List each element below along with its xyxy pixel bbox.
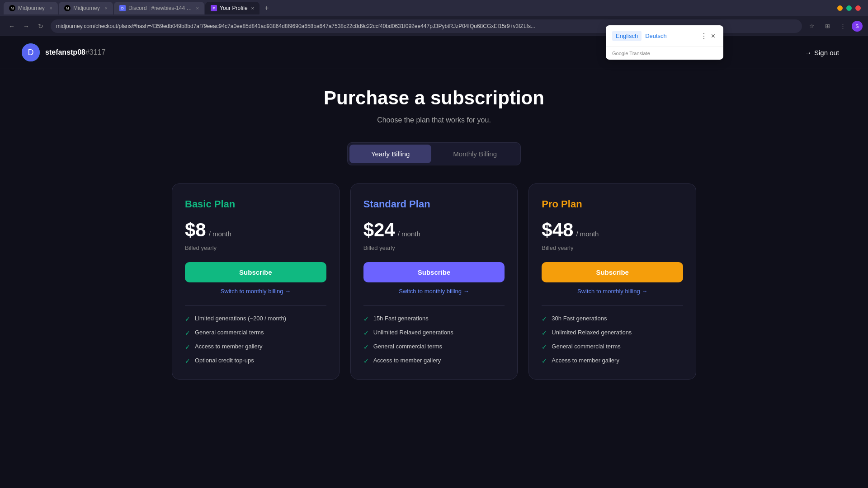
check-icon: ✓ bbox=[185, 343, 190, 351]
feature-text: Access to member gallery bbox=[373, 357, 441, 364]
username-text: stefanstp08 bbox=[45, 48, 85, 56]
price-period-standard: / month bbox=[398, 230, 420, 238]
refresh-icon: ↻ bbox=[38, 23, 43, 30]
tab-close-4[interactable]: × bbox=[251, 5, 254, 11]
refresh-button[interactable]: ↻ bbox=[34, 20, 47, 33]
check-icon: ✓ bbox=[185, 329, 190, 337]
feature-text: General commercial terms bbox=[552, 343, 620, 350]
plan-card-pro: Pro Plan $48 / month Billed yearly Subsc… bbox=[528, 183, 696, 380]
subscribe-button-basic[interactable]: Subscribe bbox=[185, 262, 326, 282]
billing-toggle: Yearly Billing Monthly Billing bbox=[347, 142, 521, 165]
tab-favicon-discord: D bbox=[119, 5, 126, 11]
feature-text: Access to member gallery bbox=[195, 343, 263, 350]
switch-billing-link-basic[interactable]: Switch to monthly billing → bbox=[185, 288, 326, 295]
more-options-button[interactable]: ⋮ bbox=[836, 20, 849, 33]
tab-your-profile[interactable]: P Your Profile × bbox=[205, 2, 259, 14]
nav-buttons: ← → ↻ bbox=[5, 20, 47, 33]
tab-label-2: Midjourney bbox=[73, 5, 100, 11]
minimize-button[interactable] bbox=[837, 5, 843, 11]
browser-chrome: M Midjourney × M Midjourney × D Discord … bbox=[0, 0, 868, 36]
translate-lang-english[interactable]: Englisch bbox=[612, 31, 642, 41]
forward-button[interactable]: → bbox=[20, 20, 33, 33]
page-title: Purchase a subscription bbox=[172, 87, 696, 109]
tab-midjourney-1[interactable]: M Midjourney × bbox=[4, 2, 58, 14]
tab-midjourney-2[interactable]: M Midjourney × bbox=[59, 2, 113, 14]
price-amount-pro: $48 bbox=[542, 219, 573, 241]
avatar-discord-icon: D bbox=[22, 43, 40, 61]
extensions-button[interactable]: ⊞ bbox=[821, 20, 834, 33]
check-icon: ✓ bbox=[542, 329, 547, 337]
translate-popup: Englisch Deutsch ⋮ × Google Translate bbox=[606, 25, 723, 60]
translate-close-button[interactable]: × bbox=[709, 30, 717, 42]
translate-more-button[interactable]: ⋮ bbox=[698, 30, 709, 42]
more-options-icon: ⋮ bbox=[700, 32, 708, 40]
plan-price-basic: $8 / month bbox=[185, 219, 326, 241]
plan-divider-basic bbox=[185, 305, 326, 306]
plan-divider-pro bbox=[542, 305, 683, 306]
translate-footer: Google Translate bbox=[606, 47, 723, 60]
check-icon: ✓ bbox=[363, 315, 369, 323]
tab-label-1: Midjourney bbox=[18, 5, 45, 11]
tab-label-4: Your Profile bbox=[220, 5, 248, 11]
user-discriminator: #3117 bbox=[85, 48, 106, 56]
tab-bar: M Midjourney × M Midjourney × D Discord … bbox=[0, 0, 868, 16]
tab-favicon-mj2: M bbox=[64, 5, 71, 11]
tab-label-3: Discord | #newbies-144 | Midj... bbox=[128, 5, 193, 11]
price-period-pro: / month bbox=[576, 230, 599, 238]
page-header: D stefanstp08#3117 → Sign out bbox=[0, 36, 868, 69]
check-icon: ✓ bbox=[185, 315, 190, 323]
check-icon: ✓ bbox=[185, 357, 190, 365]
tab-close-2[interactable]: × bbox=[105, 5, 108, 11]
maximize-button[interactable] bbox=[846, 5, 852, 11]
new-tab-button[interactable]: + bbox=[260, 2, 273, 14]
check-icon: ✓ bbox=[363, 357, 369, 365]
subscribe-button-pro[interactable]: Subscribe bbox=[542, 262, 683, 282]
yearly-billing-button[interactable]: Yearly Billing bbox=[349, 145, 431, 163]
tab-favicon-profile: P bbox=[211, 5, 217, 11]
google-translate-logo: Google Translate bbox=[612, 51, 650, 56]
tab-close-1[interactable]: × bbox=[50, 5, 52, 11]
address-bar: ← → ↻ midjourney.com/checkout/plans/#has… bbox=[0, 16, 868, 36]
check-icon: ✓ bbox=[542, 315, 547, 323]
sign-out-button[interactable]: → Sign out bbox=[797, 45, 846, 60]
billed-info-pro: Billed yearly bbox=[542, 244, 683, 251]
feature-item: ✓ Access to member gallery bbox=[363, 357, 505, 365]
tab-close-3[interactable]: × bbox=[196, 5, 199, 11]
username: stefanstp08#3117 bbox=[45, 48, 105, 56]
plan-name-standard: Standard Plan bbox=[363, 198, 505, 210]
price-amount-basic: $8 bbox=[185, 219, 206, 241]
sign-out-arrow-icon: → bbox=[805, 49, 811, 56]
translate-lang-deutsch[interactable]: Deutsch bbox=[642, 31, 670, 41]
feature-text: General commercial terms bbox=[195, 329, 264, 336]
feature-text: Unlimited Relaxed generations bbox=[552, 329, 632, 336]
feature-item: ✓ Unlimited Relaxed generations bbox=[542, 329, 683, 337]
check-icon: ✓ bbox=[363, 329, 369, 337]
close-window-button[interactable] bbox=[855, 5, 861, 11]
switch-billing-link-standard[interactable]: Switch to monthly billing → bbox=[363, 288, 505, 295]
feature-item: ✓ 30h Fast generations bbox=[542, 315, 683, 323]
avatar: D bbox=[22, 43, 40, 61]
browser-actions: ☆ ⊞ ⋮ S bbox=[806, 20, 863, 33]
subscribe-button-standard[interactable]: Subscribe bbox=[363, 262, 505, 282]
check-icon: ✓ bbox=[363, 343, 369, 351]
feature-text: 30h Fast generations bbox=[552, 315, 607, 322]
feature-item: ✓ General commercial terms bbox=[185, 329, 326, 337]
switch-billing-link-pro[interactable]: Switch to monthly billing → bbox=[542, 288, 683, 295]
translate-header: Englisch Deutsch ⋮ × bbox=[606, 25, 723, 47]
feature-text: Limited generations (~200 / month) bbox=[195, 315, 286, 322]
plan-card-basic: Basic Plan $8 / month Billed yearly Subs… bbox=[172, 183, 340, 380]
plan-price-standard: $24 / month bbox=[363, 219, 505, 241]
feature-item: ✓ Limited generations (~200 / month) bbox=[185, 315, 326, 323]
back-button[interactable]: ← bbox=[5, 20, 18, 33]
tab-discord[interactable]: D Discord | #newbies-144 | Midj... × bbox=[114, 2, 204, 14]
plan-divider-standard bbox=[363, 305, 505, 306]
tab-favicon-mj1: M bbox=[9, 5, 15, 11]
feature-text: Access to member gallery bbox=[552, 357, 619, 364]
monthly-billing-button[interactable]: Monthly Billing bbox=[431, 145, 519, 163]
feature-item: ✓ Access to member gallery bbox=[185, 343, 326, 351]
plan-card-standard: Standard Plan $24 / month Billed yearly … bbox=[350, 183, 518, 380]
window-controls bbox=[837, 5, 864, 11]
svg-text:D: D bbox=[28, 48, 34, 57]
browser-profile[interactable]: S bbox=[852, 21, 863, 32]
bookmark-button[interactable]: ☆ bbox=[806, 20, 818, 33]
